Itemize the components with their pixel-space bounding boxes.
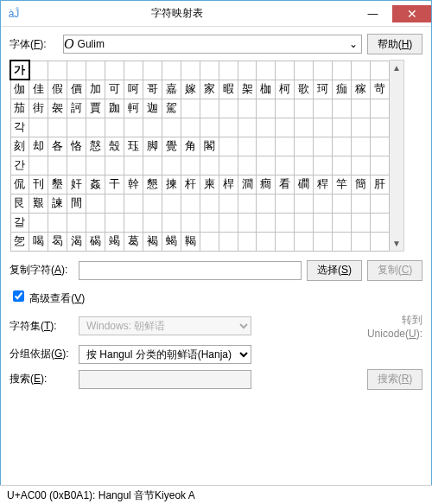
grid-cell[interactable]	[314, 99, 333, 118]
grid-cell[interactable]: 姦	[86, 175, 105, 194]
grid-cell[interactable]: 街	[29, 99, 48, 118]
grid-cell[interactable]: 間	[67, 194, 86, 213]
grid-cell[interactable]	[124, 118, 143, 137]
character-grid[interactable]: 가伽佳假價加可呵哥嘉嫁家暇架枷柯歌珂痂稼苛茄街袈訶賈跏軻迦駕각刻却各恪慤殼珏脚覺…	[10, 60, 390, 252]
grid-cell[interactable]: 暇	[219, 80, 238, 99]
grid-cell[interactable]: 稈	[314, 175, 333, 194]
grid-cell[interactable]: 杆	[181, 175, 200, 194]
grid-cell[interactable]	[333, 118, 352, 137]
grid-cell[interactable]	[162, 194, 181, 213]
grid-cell[interactable]: 脚	[143, 137, 162, 156]
grid-cell[interactable]	[295, 213, 314, 232]
grid-cell[interactable]: 哥	[143, 80, 162, 99]
grid-cell[interactable]: 侃	[10, 175, 29, 194]
select-button[interactable]: 选择(S)	[307, 260, 362, 281]
grid-cell[interactable]	[86, 156, 105, 175]
scroll-down-icon[interactable]: ▼	[390, 236, 403, 251]
grid-cell[interactable]: 幹	[124, 175, 143, 194]
grid-cell[interactable]	[295, 232, 314, 251]
grid-cell[interactable]: 假	[48, 80, 67, 99]
charset-select[interactable]: Windows: 朝鲜语	[79, 316, 251, 335]
grid-cell[interactable]: 價	[67, 80, 86, 99]
grid-cell[interactable]	[181, 194, 200, 213]
grid-cell[interactable]	[238, 137, 257, 156]
grid-cell[interactable]: 迦	[143, 99, 162, 118]
grid-cell[interactable]	[257, 194, 276, 213]
grid-cell[interactable]	[314, 194, 333, 213]
grid-cell[interactable]	[200, 213, 219, 232]
grid-cell[interactable]	[162, 213, 181, 232]
grid-cell[interactable]: 訶	[67, 99, 86, 118]
grid-cell[interactable]	[257, 213, 276, 232]
grid-cell[interactable]	[257, 61, 276, 80]
grid-cell[interactable]	[86, 194, 105, 213]
grid-cell[interactable]	[181, 118, 200, 137]
grid-cell[interactable]: 揀	[162, 175, 181, 194]
grid-cell[interactable]	[352, 99, 371, 118]
grid-cell[interactable]: 褐	[143, 232, 162, 251]
grid-cell[interactable]: 竿	[333, 175, 352, 194]
grid-cell[interactable]: 慤	[86, 137, 105, 156]
grid-cell[interactable]: 艮	[10, 194, 29, 213]
grid-cell[interactable]	[48, 118, 67, 137]
grid-cell[interactable]	[48, 213, 67, 232]
grid-cell[interactable]: 柬	[200, 175, 219, 194]
grid-cell[interactable]	[200, 61, 219, 80]
grid-cell[interactable]: 磵	[295, 175, 314, 194]
grid-cell[interactable]	[219, 213, 238, 232]
grid-cell[interactable]	[181, 213, 200, 232]
grid-cell[interactable]	[219, 118, 238, 137]
grid-cell[interactable]: 蝎	[162, 232, 181, 251]
grid-cell[interactable]	[352, 156, 371, 175]
grid-cell[interactable]: 癎	[257, 175, 276, 194]
grid-cell[interactable]	[276, 156, 295, 175]
grid-cell[interactable]: 歌	[295, 80, 314, 99]
grid-cell[interactable]: 鞨	[181, 232, 200, 251]
grid-cell[interactable]: 珂	[314, 80, 333, 99]
grid-cell[interactable]	[238, 156, 257, 175]
grid-cell[interactable]	[200, 232, 219, 251]
grid-cell[interactable]	[295, 194, 314, 213]
grid-cell[interactable]: 葛	[124, 232, 143, 251]
grid-cell[interactable]: 喝	[29, 232, 48, 251]
grid-cell[interactable]	[162, 156, 181, 175]
grid-cell[interactable]	[352, 137, 371, 156]
grid-cell[interactable]	[143, 156, 162, 175]
grid-cell[interactable]	[295, 118, 314, 137]
group-select[interactable]: 按 Hangul 分类的朝鲜语(Hanja)	[79, 345, 251, 364]
grid-cell[interactable]	[371, 213, 390, 232]
grid-cell[interactable]: 駕	[162, 99, 181, 118]
grid-cell[interactable]	[143, 194, 162, 213]
grid-cell[interactable]	[124, 156, 143, 175]
grid-cell[interactable]	[29, 118, 48, 137]
grid-cell[interactable]: 看	[276, 175, 295, 194]
grid-cell[interactable]: 墾	[48, 175, 67, 194]
grid-cell[interactable]	[105, 156, 124, 175]
grid-cell[interactable]: 曷	[48, 232, 67, 251]
grid-cell[interactable]	[314, 213, 333, 232]
grid-cell[interactable]: 伽	[10, 80, 29, 99]
grid-cell[interactable]	[105, 61, 124, 80]
grid-cell[interactable]	[219, 61, 238, 80]
grid-cell[interactable]	[238, 61, 257, 80]
grid-cell[interactable]	[352, 232, 371, 251]
grid-cell[interactable]: 却	[29, 137, 48, 156]
grid-cell[interactable]: 呵	[124, 80, 143, 99]
grid-cell[interactable]	[162, 118, 181, 137]
grid-cell[interactable]: 簡	[352, 175, 371, 194]
grid-cell[interactable]: 간	[10, 156, 29, 175]
grid-cell[interactable]	[105, 118, 124, 137]
grid-cell[interactable]	[314, 61, 333, 80]
grid-cell[interactable]	[219, 194, 238, 213]
grid-cell[interactable]	[314, 118, 333, 137]
grid-cell[interactable]	[314, 156, 333, 175]
grid-cell[interactable]: 懇	[143, 175, 162, 194]
grid-cell[interactable]	[124, 61, 143, 80]
grid-cell[interactable]: 家	[200, 80, 219, 99]
grid-cell[interactable]: 稼	[352, 80, 371, 99]
grid-cell[interactable]	[219, 137, 238, 156]
grid-cell[interactable]	[371, 137, 390, 156]
font-select[interactable]: O Gulim ⌄	[63, 35, 362, 54]
close-button[interactable]: ✕	[392, 5, 431, 22]
grid-cell[interactable]	[257, 118, 276, 137]
